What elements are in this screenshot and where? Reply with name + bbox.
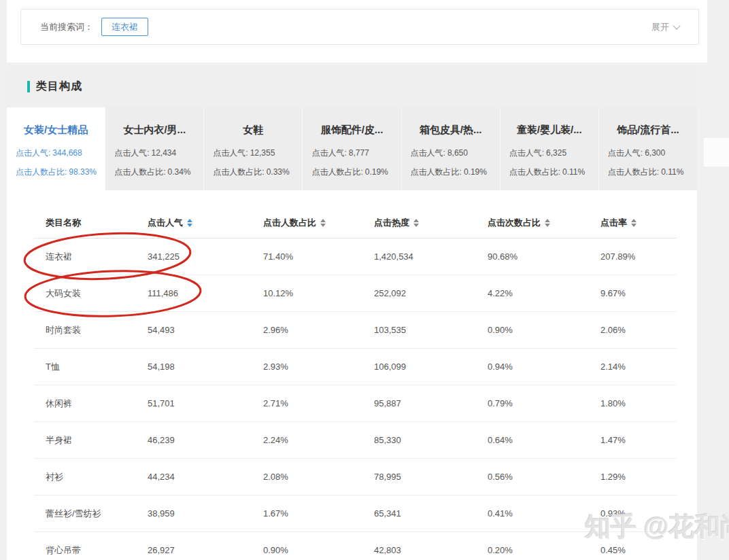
category-name-cell: 半身裙 (46, 434, 148, 447)
keyword-tag[interactable]: 连衣裙 (101, 18, 148, 36)
value-cell: 0.56% (488, 472, 600, 482)
value-cell: 0.41% (488, 508, 600, 519)
expand-toggle[interactable]: 展开 (651, 21, 679, 33)
sort-icon[interactable] (631, 219, 637, 227)
table-row-7: 衬衫44,2342.08%78,9950.56%1.29% (34, 459, 677, 495)
card-stat2: 点击人数占比:0.19% (411, 167, 500, 178)
sort-icon[interactable] (413, 219, 419, 227)
table-row-4: T恤54,1982.93%106,0990.94%2.14% (34, 349, 677, 385)
table-row-3: 时尚套装54,4932.96%103,5350.90%2.06% (34, 312, 677, 349)
value-cell: 95,887 (374, 398, 488, 408)
column-header-label: 点击人气 (148, 217, 183, 229)
value-cell: 1.67% (263, 508, 374, 519)
value-cell: 38,959 (148, 508, 263, 519)
value-cell: 252,092 (374, 288, 488, 298)
card-stat1: 点击人气:12,355 (213, 147, 302, 159)
column-header-5[interactable]: 点击次数占比 (488, 217, 600, 229)
value-cell: 341,225 (148, 251, 263, 262)
card-title: 服饰配件/皮... (303, 124, 401, 137)
column-header-6[interactable]: 点击率 (600, 217, 677, 229)
column-header-3[interactable]: 点击人数占比 (263, 217, 374, 229)
value-cell: 0.90% (488, 325, 600, 335)
value-cell: 2.06% (600, 325, 677, 335)
category-name-cell: T恤 (46, 361, 148, 373)
value-cell: 65,341 (374, 508, 488, 519)
value-cell: 2.71% (263, 398, 374, 408)
right-edge-panel-fragment (704, 138, 729, 167)
value-cell: 1.29% (600, 472, 677, 482)
sort-icon[interactable] (545, 219, 550, 227)
category-name-cell: 连衣裙 (46, 251, 148, 263)
card-title: 女鞋 (204, 124, 302, 137)
value-cell: 0.90% (263, 545, 374, 555)
value-cell: 10.12% (263, 288, 374, 298)
column-header-label: 点击次数占比 (488, 217, 541, 229)
card-title: 女装/女士精品 (7, 124, 105, 137)
card-stat2: 点击人数占比:0.19% (311, 167, 401, 178)
card-stat2: 点击人数占比:0.34% (114, 167, 203, 178)
category-cards: 女装/女士精品点击人气:344,668点击人数占比:98.33%女士内衣/男..… (7, 107, 697, 190)
top-filter-bar: 当前搜索词： 连衣裙 展开 (7, 0, 707, 63)
category-card-6[interactable]: 饰品/流行首...点击人气:6,300点击人数占比:0.11% (599, 107, 697, 190)
card-stat1: 点击人气:6,325 (509, 147, 598, 159)
section-title: 类目构成 (36, 80, 82, 94)
column-header-label: 类目名称 (46, 217, 81, 229)
value-cell: 54,198 (148, 362, 263, 372)
sort-icon[interactable] (320, 219, 326, 227)
category-name-cell: 衬衫 (46, 471, 148, 483)
card-title: 女士内衣/男... (105, 124, 203, 137)
value-cell: 0.64% (488, 435, 600, 445)
column-header-label: 点击率 (600, 217, 627, 229)
card-stat1: 点击人气:8,777 (311, 147, 401, 159)
section-header: 类目构成 (7, 66, 697, 107)
value-cell: 2.08% (263, 472, 374, 482)
value-cell: 207.89% (600, 251, 677, 262)
category-card-3[interactable]: 服饰配件/皮...点击人气:8,777点击人数占比:0.19% (303, 107, 401, 190)
value-cell: 26,927 (148, 545, 263, 555)
table-row-8: 蕾丝衫/雪纺衫38,9591.67%65,3410.41%0.93% (34, 495, 677, 532)
value-cell: 44,234 (148, 472, 263, 482)
expand-label: 展开 (651, 21, 669, 33)
table-row-2: 大码女装111,48610.12%252,0924.22%9.67% (34, 275, 677, 312)
card-stat1: 点击人气:6,300 (608, 147, 697, 159)
value-cell: 111,486 (148, 288, 263, 298)
column-header-label: 点击人数占比 (263, 217, 316, 229)
category-name-cell: 时尚套装 (46, 324, 148, 336)
value-cell: 0.93% (600, 508, 677, 519)
table-row-5: 休闲裤51,7012.71%95,8870.79%1.80% (34, 385, 677, 422)
column-header-label: 点击热度 (374, 217, 409, 229)
sort-icon[interactable] (187, 219, 192, 227)
value-cell: 46,239 (148, 435, 263, 445)
category-name-cell: 背心吊带 (46, 544, 148, 557)
card-stat1: 点击人气:344,668 (16, 147, 105, 159)
value-cell: 9.67% (600, 288, 677, 298)
value-cell: 2.24% (263, 435, 374, 445)
table-header-row: 类目名称点击人气点击人数占比点击热度点击次数占比点击率 (34, 207, 677, 239)
card-title: 童装/婴儿装/... (501, 124, 598, 137)
value-cell: 42,803 (374, 545, 488, 555)
table-row-9: 背心吊带26,9270.90%42,8030.20%0.45% (34, 532, 677, 560)
value-cell: 51,701 (148, 398, 263, 408)
category-name-cell: 休闲裤 (46, 398, 148, 410)
value-cell: 78,995 (374, 472, 488, 482)
category-card-5[interactable]: 童装/婴儿装/...点击人气:6,325点击人数占比:0.11% (501, 107, 599, 190)
value-cell: 2.93% (263, 362, 374, 372)
section-accent-bar (27, 81, 30, 92)
value-cell: 71.40% (263, 251, 374, 262)
category-card-0[interactable]: 女装/女士精品点击人气:344,668点击人数占比:98.33% (7, 107, 105, 190)
category-card-1[interactable]: 女士内衣/男...点击人气:12,434点击人数占比:0.34% (105, 107, 204, 190)
column-header-2[interactable]: 点击人气 (148, 217, 263, 229)
category-card-4[interactable]: 箱包皮具/热...点击人气:8,650点击人数占比:0.19% (402, 107, 501, 190)
card-stat1: 点击人气:8,650 (411, 147, 500, 159)
category-table: 类目名称点击人气点击人数占比点击热度点击次数占比点击率 连衣裙341,22571… (7, 190, 697, 560)
value-cell: 85,330 (374, 435, 488, 445)
category-card-2[interactable]: 女鞋点击人气:12,355点击人数占比:0.33% (204, 107, 303, 190)
card-stat1: 点击人气:12,434 (114, 147, 203, 159)
table-body: 连衣裙341,22571.40%1,420,53490.68%207.89%大码… (34, 239, 677, 560)
column-header-4[interactable]: 点击热度 (374, 217, 488, 229)
category-name-cell: 大码女装 (46, 287, 148, 300)
filter-box: 当前搜索词： 连衣裙 展开 (20, 9, 699, 45)
table-row-6: 半身裙46,2392.24%85,3300.64%1.47% (34, 422, 677, 459)
value-cell: 106,099 (374, 362, 488, 372)
value-cell: 0.94% (488, 362, 600, 372)
